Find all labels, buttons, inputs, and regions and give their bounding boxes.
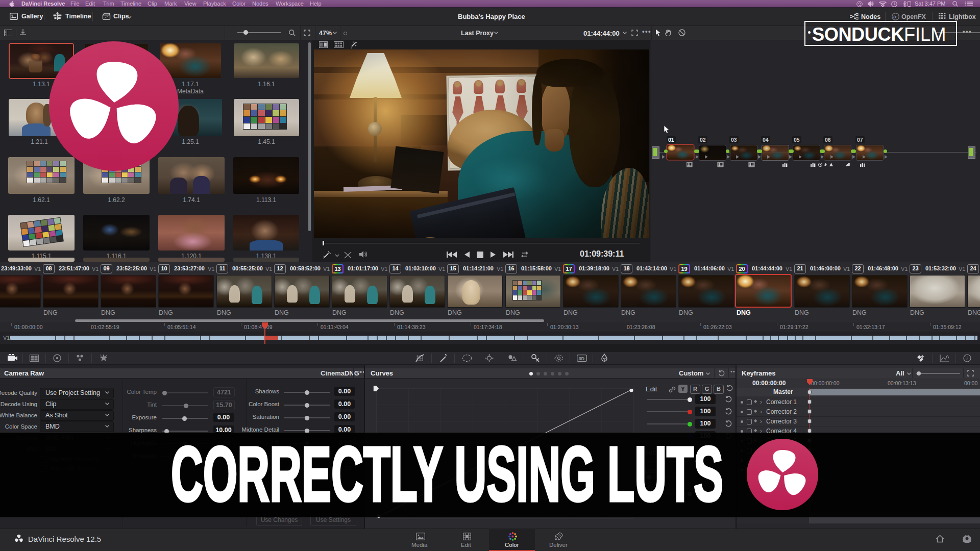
svg-text:i: i bbox=[966, 355, 968, 361]
svg-text:3D: 3D bbox=[579, 356, 585, 361]
svg-text:fx: fx bbox=[893, 14, 897, 19]
